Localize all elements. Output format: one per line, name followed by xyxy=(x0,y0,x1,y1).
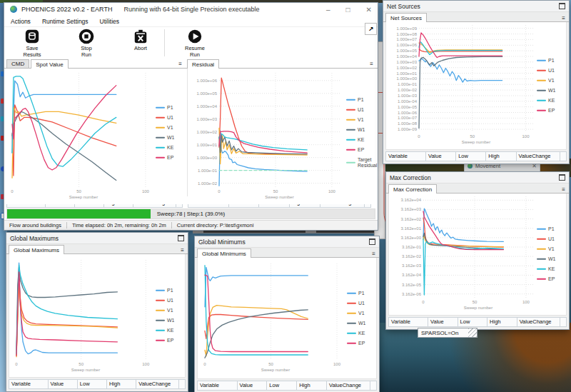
restore-icon[interactable] xyxy=(559,174,565,181)
tab-global-maximums[interactable]: Global Maximums xyxy=(9,245,64,254)
global-minimums-titlebar[interactable]: Global Minimums xyxy=(195,236,379,248)
window-title: Global Maximums xyxy=(10,235,178,242)
legend-swatch xyxy=(347,312,356,313)
status-bar: Flow around buildings Time elapsed: 0h 2… xyxy=(4,220,378,230)
tab-max-correction[interactable]: Max Correction xyxy=(388,184,437,194)
svg-text:1.000e+02: 1.000e+02 xyxy=(396,66,417,70)
legend-item-v1: V1 xyxy=(156,124,184,130)
svg-text:Sweep number: Sweep number xyxy=(71,368,100,372)
save-results-button[interactable]: Save Results xyxy=(13,29,51,58)
column-header-high[interactable]: High xyxy=(486,151,516,161)
column-header-valuechange[interactable]: ValueChange xyxy=(517,317,560,327)
panel-menu-icon[interactable]: ≡ xyxy=(177,61,183,67)
svg-text:1.000e+05: 1.000e+05 xyxy=(196,91,217,96)
menu-runtime-settings[interactable]: Runtime Settings xyxy=(42,18,89,25)
column-header-variable[interactable]: Variable xyxy=(197,381,238,391)
main-titlebar[interactable]: PHOENICS 2022 v0.2 - EARTH Running with … xyxy=(4,3,378,16)
resume-run-button[interactable]: Resume Run xyxy=(176,29,214,58)
close-icon[interactable]: ✕ xyxy=(366,6,372,14)
legend-label: U1 xyxy=(358,300,365,306)
global-maximums-titlebar[interactable]: Global Maximums xyxy=(6,233,188,244)
legend-label: KE xyxy=(548,266,555,272)
minimize-icon[interactable]: – xyxy=(326,6,330,14)
legend-swatch xyxy=(156,340,165,341)
svg-text:1.000e-02: 1.000e-02 xyxy=(198,181,218,186)
stop-run-button[interactable]: Stop Run xyxy=(67,29,106,58)
column-header-valuechange[interactable]: ValueChange xyxy=(327,381,370,391)
panel-menu-icon[interactable]: ≡ xyxy=(370,251,377,257)
legend-label: U1 xyxy=(548,236,555,242)
legend-item-v1: V1 xyxy=(537,246,565,252)
max-correction-chart-area: 3.162e+043.162e+033.162e+023.162e+013.16… xyxy=(388,194,567,316)
legend-label: EP xyxy=(167,338,173,343)
column-header-spacer xyxy=(370,381,377,391)
column-header-high[interactable]: High xyxy=(487,317,517,327)
column-header-low[interactable]: Low xyxy=(78,379,107,389)
status-directory: Current directory: P:\test\gxmoni xyxy=(172,222,259,228)
legend-item-p1: P1 xyxy=(156,288,184,293)
column-header-valuechange[interactable]: ValueChange xyxy=(517,151,560,161)
panel-menu-icon[interactable]: ≡ xyxy=(368,61,375,67)
tab-net-sources[interactable]: Net Sources xyxy=(385,13,427,22)
legend-label: EP xyxy=(167,155,173,161)
column-header-value[interactable]: Value xyxy=(426,151,456,161)
maximize-icon[interactable]: □ xyxy=(346,6,350,14)
net-sources-window: Net Sources Net Sources ≡ 1.000e+091.000… xyxy=(383,0,570,164)
legend-label: KE xyxy=(548,98,555,104)
legend-item-v1: V1 xyxy=(156,308,184,313)
restore-icon[interactable] xyxy=(559,3,565,9)
menu-actions[interactable]: Actions xyxy=(11,18,31,25)
chart-legend: P1U1V1W1KEEP xyxy=(537,226,565,282)
column-header-low[interactable]: Low xyxy=(267,381,297,391)
menu-utilities[interactable]: Utilities xyxy=(100,18,119,25)
max-correction-window: Max Correction Max Correction ≡ 3.162e+0… xyxy=(385,171,570,330)
column-header-variable[interactable]: Variable xyxy=(385,151,426,161)
svg-text:1.000e+01: 1.000e+01 xyxy=(196,143,217,147)
sparsol-tab[interactable]: SPARSOL=On xyxy=(418,328,477,338)
column-header-low[interactable]: Low xyxy=(456,151,486,161)
column-header-high[interactable]: High xyxy=(107,379,136,389)
legend-item-ep: EP xyxy=(156,155,184,161)
net-sources-chart-area: 1.000e+091.000e+081.000e+071.000e+061.00… xyxy=(385,22,567,150)
tab-cmd[interactable]: CMD xyxy=(6,59,29,68)
legend-label: V1 xyxy=(548,78,555,84)
tab-global-minimums[interactable]: Global Minimums xyxy=(197,248,251,258)
svg-text:1.000e-03: 1.000e-03 xyxy=(398,94,418,98)
svg-text:1.000e-06: 1.000e-06 xyxy=(398,111,418,115)
legend-label: EP xyxy=(358,341,365,346)
restore-icon[interactable] xyxy=(178,235,184,241)
panel-menu-icon[interactable]: ≡ xyxy=(560,16,567,21)
legend-label: KE xyxy=(167,328,173,333)
legend-swatch xyxy=(346,162,355,164)
legend-swatch xyxy=(156,116,165,118)
global-maximums-chart-area: 050100Sweep number P1U1V1W1KEEP xyxy=(9,254,186,378)
panel-menu-icon[interactable]: ≡ xyxy=(560,187,567,193)
tab-residual[interactable]: Residual xyxy=(187,59,219,69)
svg-text:1.000e+04: 1.000e+04 xyxy=(196,104,217,109)
legend-label: KE xyxy=(167,145,173,151)
legend-label: V1 xyxy=(358,116,364,122)
column-header-value[interactable]: Value xyxy=(49,379,78,389)
svg-text:Sweep number: Sweep number xyxy=(265,195,293,199)
column-header-value[interactable]: Value xyxy=(238,381,268,391)
svg-text:3.162e+00: 3.162e+00 xyxy=(400,236,421,240)
chart-legend: P1U1V1W1KEEP xyxy=(156,288,184,343)
save-results-icon xyxy=(24,29,40,44)
column-header-high[interactable]: High xyxy=(297,381,327,391)
tab-spot-value[interactable]: Spot Value xyxy=(31,59,69,69)
column-header-variable[interactable]: Variable xyxy=(388,317,428,327)
column-header-variable[interactable]: Variable xyxy=(9,379,49,389)
panel-menu-icon[interactable]: ≡ xyxy=(179,248,186,253)
legend-item-ep: EP xyxy=(156,338,184,343)
restore-icon[interactable] xyxy=(369,238,375,245)
popout-icon[interactable]: ↗ xyxy=(365,23,377,35)
legend-item-w1: W1 xyxy=(537,88,565,94)
column-header-valuechange[interactable]: ValueChange xyxy=(136,379,179,389)
legend-swatch xyxy=(156,290,165,291)
column-header-value[interactable]: Value xyxy=(428,317,458,327)
resize-grip-icon[interactable] xyxy=(468,328,477,337)
net-sources-titlebar[interactable]: Net Sources xyxy=(383,1,569,12)
abort-button[interactable]: Abort xyxy=(121,29,160,51)
max-correction-titlebar[interactable]: Max Correction xyxy=(386,172,569,184)
column-header-low[interactable]: Low xyxy=(458,317,488,327)
